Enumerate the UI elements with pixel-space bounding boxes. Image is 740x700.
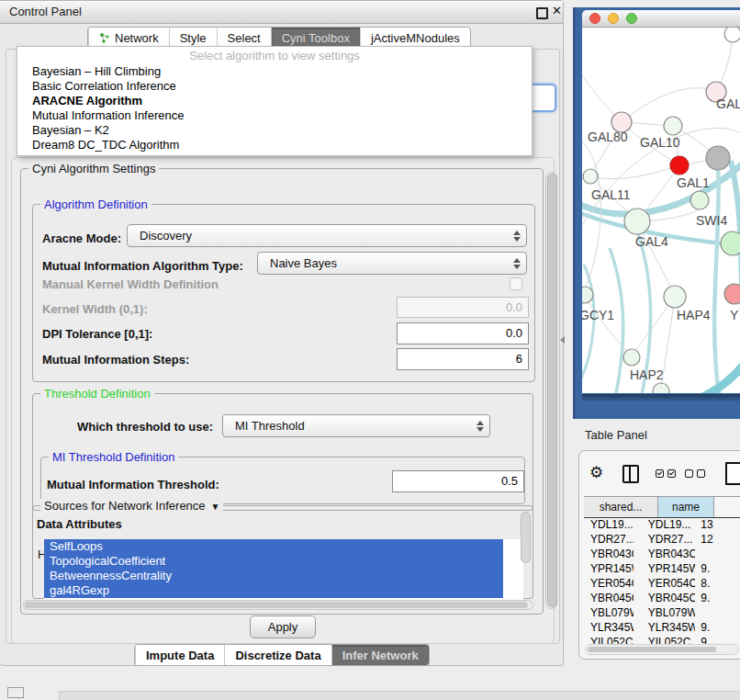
cell-name: YER054C xyxy=(633,576,695,591)
data-attribute-item[interactable]: gal4RGexp xyxy=(44,583,503,598)
network-canvas[interactable]: GAL GAL80 GAL10 GAL1 GAL11 SWI4 GAL4 GCY… xyxy=(582,28,740,393)
attributes-scrollbar[interactable] xyxy=(521,512,531,563)
aracne-mode-label: Aracne Mode: xyxy=(42,231,121,245)
tab-label: Infer Network xyxy=(342,649,419,662)
kernel-width-field[interactable]: 0.0 xyxy=(397,297,529,318)
zoom-traffic-light-icon[interactable] xyxy=(626,13,637,24)
cell-shared-name: YDR27... xyxy=(584,532,633,547)
close-icon[interactable]: ✕ xyxy=(552,4,562,17)
algorithm-popup-list: Bayesian – Hill Climbing Basic Correlati… xyxy=(17,64,532,152)
manual-kernel-label: Manual Kernel Width Definition xyxy=(42,277,219,291)
tab-label: Discretize Data xyxy=(235,649,320,662)
label-swi4: SWI4 xyxy=(696,213,727,228)
mi-steps-field[interactable]: 6 xyxy=(397,348,529,370)
checked-boxes-icon[interactable] xyxy=(656,469,679,479)
algorithm-popup-prompt: Select algorithm to view settings xyxy=(17,47,532,64)
table-row[interactable]: YLR345W YLR345W 9. xyxy=(584,620,740,635)
document-icon[interactable] xyxy=(725,462,740,485)
control-panel-tab[interactable]: Style xyxy=(169,28,217,48)
control-panel-tab[interactable]: jActiveMNodules xyxy=(360,28,470,48)
data-attributes-label: Data Attributes xyxy=(37,517,122,531)
table-header: shared... name xyxy=(584,496,740,518)
panel-divider-handle[interactable] xyxy=(560,336,565,344)
control-panel-tab[interactable]: Network xyxy=(88,28,169,48)
data-attribute-item[interactable]: SelfLoops xyxy=(44,539,503,554)
table-row[interactable]: YPR145W YPR145W 9. xyxy=(584,561,740,576)
network-window-shadow xyxy=(582,394,740,402)
algorithm-popup: Select algorithm to view settings Bayesi… xyxy=(17,46,533,156)
close-traffic-light-icon[interactable] xyxy=(589,13,600,24)
table-row[interactable]: YBR045C YBR045C 9. xyxy=(584,591,740,605)
manual-kernel-checkbox[interactable] xyxy=(510,277,522,290)
unchecked-boxes-icon[interactable] xyxy=(685,469,709,479)
tab-label: Style xyxy=(180,31,207,45)
node-partial-top xyxy=(724,28,740,42)
algorithm-popup-item[interactable]: Mutual Information Inference xyxy=(17,108,532,123)
float-window-icon[interactable] xyxy=(536,7,548,19)
apply-button[interactable]: Apply xyxy=(250,615,316,638)
kernel-width-label: Kernel Width (0,1): xyxy=(42,302,148,316)
sources-title[interactable]: Sources for Network Inference▼ xyxy=(40,499,223,513)
table-row[interactable]: YDL19... YDL19... 13 xyxy=(584,517,740,532)
table-column-header[interactable]: name xyxy=(658,497,713,517)
aracne-mode-select[interactable]: Discovery xyxy=(127,224,527,247)
cell-name: YLR345W xyxy=(633,620,695,635)
cell-value: 12 xyxy=(695,532,740,547)
table-column-header[interactable] xyxy=(713,497,714,517)
cell-name: YDR27... xyxy=(633,532,695,547)
table-horizontal-scrollbar[interactable] xyxy=(585,644,739,655)
label-gal: GAL xyxy=(716,96,740,111)
algorithm-popup-item[interactable]: Basic Correlation Inference xyxy=(17,79,532,94)
minimize-traffic-light-icon[interactable] xyxy=(608,13,619,24)
which-threshold-select[interactable]: MI Threshold xyxy=(222,414,490,437)
cyni-algorithm-settings-group: Cyni Algorithm Settings Algorithm Defini… xyxy=(20,168,544,615)
control-panel-tab[interactable]: Select xyxy=(217,28,271,48)
cyni-mode-tab[interactable]: Discretize Data xyxy=(224,645,331,665)
which-threshold-label: Which threshold to use: xyxy=(77,420,213,434)
stepper-arrows-icon xyxy=(513,258,520,269)
data-attribute-item[interactable]: TopologicalCoefficient xyxy=(44,554,503,569)
algorithm-popup-item[interactable]: Bayesian – Hill Climbing xyxy=(17,64,532,79)
mi-threshold-field[interactable]: 0.5 xyxy=(392,470,524,492)
mi-threshold-group: MI Threshold Definition Mutual Informati… xyxy=(40,457,525,504)
mi-type-select[interactable]: Naive Bayes xyxy=(257,252,527,275)
mi-threshold-title: MI Threshold Definition xyxy=(49,450,178,464)
mi-threshold-label: Mutual Information Threshold: xyxy=(47,478,219,491)
cyni-mode-tab[interactable]: Infer Network xyxy=(331,645,429,665)
cyni-mode-tabs: Impute Data Discretize Data Infer Networ… xyxy=(134,644,430,666)
cell-shared-name: YBR043C xyxy=(584,547,633,561)
cell-value: 9. xyxy=(695,561,740,576)
tab-label: Impute Data xyxy=(146,649,214,662)
node-salmon xyxy=(724,284,740,304)
table-panel-title: Table Panel xyxy=(585,428,647,442)
tab-label: Select xyxy=(228,31,261,45)
cell-name: YBL079W xyxy=(633,605,695,620)
cell-name: YDL19... xyxy=(633,517,695,532)
tab-label: Network xyxy=(115,31,159,45)
settings-horizontal-scrollbar[interactable] xyxy=(23,600,533,610)
label-gal80: GAL80 xyxy=(588,130,628,144)
collapsed-panel-icon[interactable] xyxy=(7,687,24,698)
data-attribute-item[interactable]: BetweennessCentrality xyxy=(44,569,503,583)
algorithm-popup-item[interactable]: ARACNE Algorithm xyxy=(17,94,532,108)
dpi-tolerance-field[interactable]: 0.0 xyxy=(397,322,529,344)
algorithm-popup-item[interactable]: Dream8 DC_TDC Algorithm xyxy=(17,138,532,152)
network-window-titlebar[interactable] xyxy=(582,10,740,28)
cell-shared-name: YDL19... xyxy=(584,517,633,532)
dpi-tolerance-label: DPI Tolerance [0,1]: xyxy=(42,327,152,341)
network-window: GAL GAL80 GAL10 GAL1 GAL11 SWI4 GAL4 GCY… xyxy=(582,10,740,394)
table-column-header[interactable]: shared... xyxy=(584,497,658,517)
table-row[interactable]: YDR27... YDR27... 12 xyxy=(584,532,740,547)
algorithm-popup-item[interactable]: Bayesian – K2 xyxy=(17,123,532,138)
algorithm-definition-group: Algorithm Definition Aracne Mode: Discov… xyxy=(32,204,535,382)
table-row[interactable]: YBR043C YBR043C xyxy=(584,547,740,561)
network-icon xyxy=(99,32,110,43)
control-panel-tab[interactable]: Cyni Toolbox xyxy=(271,28,360,48)
table-row[interactable]: YBL079W YBL079W xyxy=(584,605,740,620)
settings-vertical-scrollbar[interactable] xyxy=(545,172,557,609)
columns-icon[interactable] xyxy=(622,465,639,483)
collapse-down-icon: ▼ xyxy=(211,502,220,512)
table-row[interactable]: YER054C YER054C 8. xyxy=(584,576,740,591)
cyni-mode-tab[interactable]: Impute Data xyxy=(135,645,224,665)
gear-icon[interactable]: ⚙ xyxy=(589,463,603,483)
